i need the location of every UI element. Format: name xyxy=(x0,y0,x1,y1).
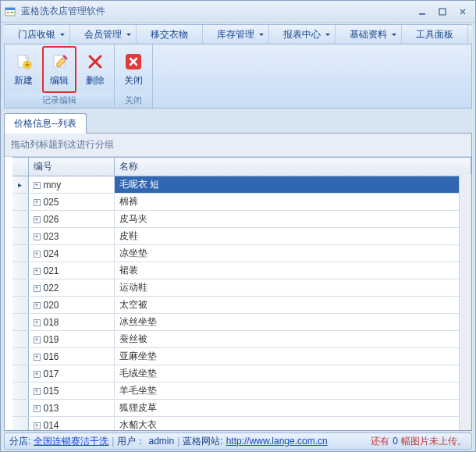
tabstrip: 价格信息--列表 xyxy=(4,113,472,133)
cell-code-text: 019 xyxy=(44,334,59,345)
expand-icon[interactable]: + xyxy=(34,371,41,378)
close-button-label: 关闭 xyxy=(124,74,143,87)
expand-icon[interactable]: + xyxy=(34,354,41,361)
table-row[interactable]: +020太空被 xyxy=(12,297,471,314)
table-row[interactable]: +014水貂大衣 xyxy=(12,417,471,431)
expand-icon[interactable]: + xyxy=(34,422,41,429)
cell-code: +mny xyxy=(28,176,114,194)
window-title: 蓝格洗衣店管理软件 xyxy=(21,5,413,18)
table-row[interactable]: +015羊毛坐垫 xyxy=(12,383,471,400)
cell-code-text: 014 xyxy=(44,420,59,431)
close-icon xyxy=(124,52,143,71)
table-row[interactable]: +023皮鞋 xyxy=(12,228,471,245)
grid-table: 编号 名称 +mny毛呢衣 短+025棉裤+026皮马夹+023皮鞋+024凉坐… xyxy=(12,157,471,430)
table-row[interactable]: +022运动鞋 xyxy=(12,279,471,297)
minimize-button[interactable] xyxy=(413,5,432,19)
expand-icon[interactable]: + xyxy=(34,182,41,189)
tab-price-list[interactable]: 价格信息--列表 xyxy=(4,113,87,133)
col-header-name[interactable]: 名称 xyxy=(114,158,471,176)
svg-rect-1 xyxy=(5,8,15,10)
menu-reports[interactable]: 报表中心 xyxy=(269,25,336,44)
svg-rect-4 xyxy=(419,13,425,15)
expand-icon[interactable]: + xyxy=(34,268,41,275)
cell-name: 皮鞋 xyxy=(114,228,471,245)
menu-tool-panel[interactable]: 工具面板 xyxy=(402,25,468,44)
cell-code-text: 018 xyxy=(44,317,59,328)
table-row[interactable]: +024凉坐垫 xyxy=(12,245,471,262)
cell-code: +015 xyxy=(28,383,114,400)
row-indicator xyxy=(12,331,28,348)
expand-icon[interactable]: + xyxy=(34,251,41,258)
maximize-button[interactable] xyxy=(433,5,452,19)
expand-icon[interactable]: + xyxy=(34,199,41,206)
table-row[interactable]: +013狐狸皮草 xyxy=(12,400,471,417)
delete-button[interactable]: 删除 xyxy=(80,48,111,91)
cell-name: 裙装 xyxy=(114,262,471,279)
table-row[interactable]: +021裙装 xyxy=(12,262,471,279)
new-button[interactable]: 新建 xyxy=(8,48,39,91)
cell-name: 太空被 xyxy=(114,297,471,314)
col-header-code[interactable]: 编号 xyxy=(28,158,114,176)
expand-icon[interactable]: + xyxy=(34,336,41,343)
cell-code-text: 017 xyxy=(44,368,59,379)
status-sep-2: | xyxy=(177,436,179,447)
row-indicator xyxy=(12,194,28,211)
row-indicator xyxy=(12,262,28,279)
expand-icon[interactable]: + xyxy=(34,216,41,223)
menu-store-cashier[interactable]: 门店收银 xyxy=(4,25,70,44)
ribbon-group-label-close: 关闭 xyxy=(116,93,151,108)
table-row[interactable]: +025棉裤 xyxy=(12,194,471,211)
expand-icon[interactable]: + xyxy=(34,285,41,292)
edit-button[interactable]: 编辑 xyxy=(42,46,76,93)
expand-icon[interactable]: + xyxy=(34,388,41,395)
status-store-value[interactable]: 全国连锁赛洁干洗 xyxy=(34,435,108,448)
table-row[interactable]: +026皮马夹 xyxy=(12,211,471,228)
row-header-col xyxy=(12,158,28,176)
table-row[interactable]: +019蚕丝被 xyxy=(12,331,471,348)
row-indicator xyxy=(12,176,28,194)
cell-name: 亚麻坐垫 xyxy=(114,348,471,365)
new-icon xyxy=(14,52,33,71)
cell-code-text: 023 xyxy=(44,231,59,242)
expand-icon[interactable]: + xyxy=(34,233,41,240)
menu-inventory[interactable]: 库存管理 xyxy=(203,25,269,44)
expand-icon[interactable]: + xyxy=(34,302,41,309)
close-window-button[interactable] xyxy=(453,5,472,19)
close-button[interactable]: 关闭 xyxy=(118,48,149,91)
cell-code-text: mny xyxy=(44,180,62,190)
row-indicator xyxy=(12,365,28,383)
cell-code-text: 025 xyxy=(44,197,59,208)
table-row[interactable]: +016亚麻坐垫 xyxy=(12,348,471,365)
ribbon-group-close: 关闭 关闭 xyxy=(115,44,153,108)
group-by-hint[interactable]: 拖动列标题到这进行分组 xyxy=(5,133,471,157)
cell-name: 毛绒坐垫 xyxy=(114,365,471,383)
window-controls xyxy=(413,5,472,19)
ribbon-group-label-record: 记录编辑 xyxy=(6,93,112,108)
cell-code-text: 013 xyxy=(44,403,59,414)
edit-icon xyxy=(50,52,69,71)
menu-basic-data[interactable]: 基础资料 xyxy=(336,25,402,44)
row-indicator xyxy=(12,383,28,400)
menu-member-mgmt[interactable]: 会员管理 xyxy=(70,25,137,44)
vertical-scrollbar[interactable] xyxy=(459,174,471,430)
cell-code: +018 xyxy=(28,314,114,331)
ribbon-group-record-edit: 新建 编辑 删除 记录编辑 xyxy=(5,44,115,108)
cell-name: 棉裤 xyxy=(114,194,471,211)
cell-code-text: 026 xyxy=(44,214,59,225)
status-site-value[interactable]: http://www.lange.com.cn xyxy=(226,436,328,447)
cell-code: +021 xyxy=(28,262,114,279)
table-row[interactable]: +018冰丝坐垫 xyxy=(12,314,471,331)
status-upload-count: 0 xyxy=(393,436,398,447)
cell-name: 冰丝坐垫 xyxy=(114,314,471,331)
cell-code-text: 021 xyxy=(44,265,59,276)
cell-code: +016 xyxy=(28,348,114,365)
cell-code-text: 020 xyxy=(44,300,59,311)
table-row[interactable]: +017毛绒坐垫 xyxy=(12,365,471,383)
expand-icon[interactable]: + xyxy=(34,319,41,326)
new-button-label: 新建 xyxy=(14,74,33,87)
expand-icon[interactable]: + xyxy=(34,405,41,412)
menu-transfer-clothes[interactable]: 移交衣物 xyxy=(137,25,203,44)
row-indicator xyxy=(12,400,28,417)
cell-code: +017 xyxy=(28,365,114,383)
table-row[interactable]: +mny毛呢衣 短 xyxy=(12,176,471,194)
